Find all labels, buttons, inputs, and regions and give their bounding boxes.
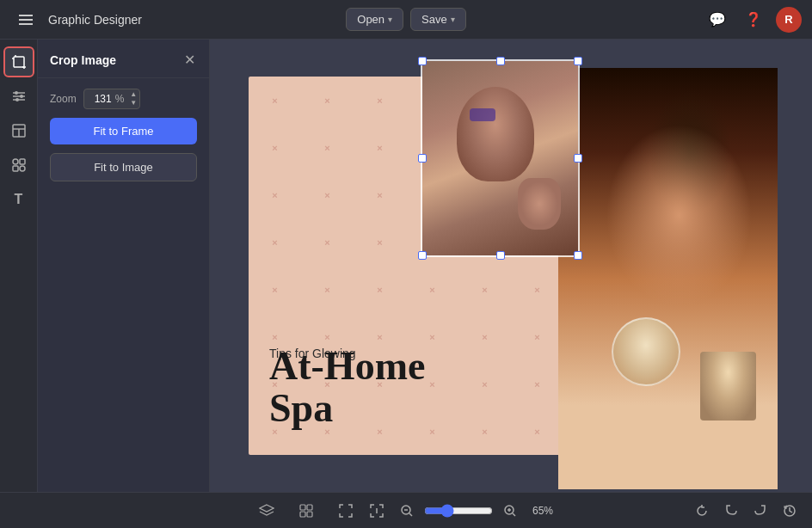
layers-icon [259, 503, 274, 519]
zoom-row: Zoom % ▲ ▼ [50, 89, 197, 109]
fit-screen-button[interactable] [333, 500, 359, 522]
zoom-label: Zoom [50, 93, 77, 105]
svg-line-26 [409, 513, 412, 516]
pattern-x: × [249, 171, 301, 218]
svg-rect-0 [14, 57, 24, 67]
handle-bottom-left[interactable] [418, 251, 427, 260]
pattern-x: × [406, 266, 458, 313]
pattern-x: × [458, 408, 511, 455]
pattern-x: × [354, 266, 406, 313]
svg-rect-15 [20, 159, 25, 164]
pattern-x: × [511, 313, 563, 360]
zoom-slider-wrapper [424, 504, 493, 518]
circle-inset-image [612, 317, 680, 386]
zoom-input-wrapper: % ▲ ▼ [83, 89, 141, 109]
pattern-x: × [458, 266, 511, 313]
grid-icon [298, 503, 314, 519]
elements-button[interactable] [3, 150, 34, 181]
pattern-x: × [301, 124, 354, 171]
text-button[interactable]: T [3, 184, 34, 215]
crop-panel-title: Crop Image [50, 53, 116, 67]
pattern-x: × [249, 266, 301, 313]
zoom-in-button[interactable] [498, 500, 522, 521]
zoom-slider[interactable] [424, 504, 493, 518]
crop-icon [11, 54, 27, 70]
crop-image-container[interactable] [421, 59, 580, 257]
zoom-down-button[interactable]: ▼ [127, 99, 139, 107]
fit-to-image-button[interactable]: Fit to Image [50, 153, 197, 181]
svg-point-8 [15, 91, 18, 95]
help-icon-button[interactable]: ❓ [740, 8, 767, 31]
svg-rect-16 [13, 166, 18, 171]
redo-button[interactable] [748, 500, 772, 521]
svg-rect-22 [307, 512, 312, 517]
refresh-button[interactable] [690, 500, 714, 521]
app-title: Graphic Designer [48, 13, 142, 27]
history-button[interactable] [778, 500, 802, 521]
zoom-out-button[interactable] [395, 500, 419, 521]
refresh-icon [695, 504, 709, 518]
canvas-area[interactable]: ××××××××××××××××××××××××××××××××××××××××… [210, 40, 812, 492]
crop-panel-body: Zoom % ▲ ▼ Fit to Frame Fit to Image [38, 78, 209, 192]
grid-button[interactable] [293, 500, 319, 522]
zoom-controls: 65% [333, 500, 558, 522]
pattern-x: × [249, 77, 301, 124]
pattern-x: × [354, 218, 406, 266]
layers-button[interactable] [254, 500, 280, 522]
history-icon [783, 504, 797, 518]
elements-icon [11, 157, 27, 173]
layout-icon [11, 123, 27, 138]
undo-button[interactable] [719, 500, 743, 521]
pattern-x: × [354, 77, 406, 124]
zoom-percent-label: 65% [527, 505, 558, 517]
pattern-x: × [511, 408, 563, 455]
avatar[interactable]: R [776, 7, 802, 33]
design-main-text: At-Home Spa [269, 346, 425, 429]
hamburger-menu-button[interactable] [10, 4, 41, 35]
crop-image-inner [422, 61, 578, 255]
design-text-line2: Spa [269, 388, 425, 429]
svg-point-17 [20, 166, 25, 171]
svg-rect-20 [307, 505, 312, 510]
cropped-hand [518, 178, 561, 230]
fit-width-button[interactable] [364, 500, 390, 522]
main-area: T Crop Image ✕ Zoom % ▲ ▼ Fit to Frame [0, 40, 812, 492]
layout-button[interactable] [3, 115, 34, 146]
handle-bottom-right[interactable] [574, 251, 582, 260]
design-canvas: ××××××××××××××××××××××××××××××××××××××××… [249, 77, 773, 455]
cropped-face [457, 87, 534, 181]
handle-top-left[interactable] [418, 57, 427, 65]
fit-to-frame-button[interactable]: Fit to Frame [50, 118, 197, 144]
bottom-toolbar: 65% [0, 492, 812, 528]
spa-inset-image [700, 352, 756, 421]
topbar: Graphic Designer Open ▾ Save ▾ 💬 ❓ R [0, 0, 812, 40]
pattern-x: × [511, 266, 563, 313]
text-icon: T [15, 192, 23, 207]
handle-top-middle[interactable] [496, 57, 505, 65]
handle-middle-right[interactable] [574, 154, 582, 163]
pattern-x: × [249, 124, 301, 171]
svg-rect-21 [300, 512, 305, 517]
close-crop-panel-button[interactable]: ✕ [182, 52, 197, 69]
topbar-center: Open ▾ Save ▾ [346, 8, 465, 31]
handle-bottom-middle[interactable] [496, 251, 505, 260]
chat-icon-button[interactable]: 💬 [704, 8, 731, 31]
sliders-icon [11, 89, 27, 104]
adjust-button[interactable] [3, 81, 34, 112]
svg-point-14 [13, 159, 18, 164]
eye-patch [470, 108, 495, 121]
open-button[interactable]: Open ▾ [346, 8, 403, 31]
pattern-x: × [458, 313, 511, 360]
pattern-x: × [354, 171, 406, 218]
redo-icon [754, 504, 767, 518]
zoom-out-icon [400, 504, 414, 518]
design-text-line1: At-Home [269, 346, 425, 387]
pattern-x: × [511, 360, 563, 408]
hamburger-icon [15, 11, 36, 28]
zoom-up-button[interactable]: ▲ [127, 90, 139, 99]
save-button[interactable]: Save ▾ [410, 8, 466, 31]
handle-top-right[interactable] [574, 57, 582, 65]
zoom-input[interactable] [84, 89, 115, 108]
handle-middle-left[interactable] [418, 154, 427, 163]
crop-tool-button[interactable] [3, 46, 34, 77]
